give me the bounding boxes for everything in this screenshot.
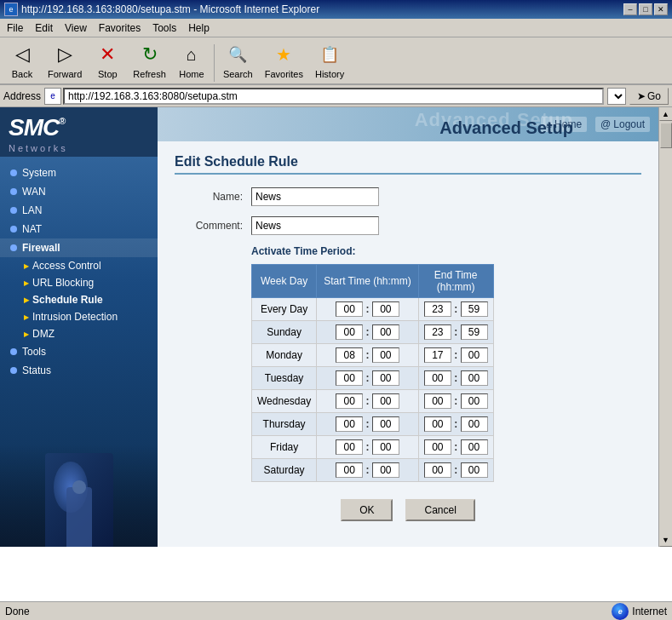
arrow-icon: ▶	[24, 279, 29, 287]
address-input[interactable]	[63, 88, 604, 105]
stop-button[interactable]: ✕ Stop	[89, 39, 126, 82]
title-bar: e http://192.168.3.163:8080/setupa.stm -…	[0, 0, 672, 19]
start-min-input[interactable]	[372, 301, 399, 317]
sidebar-subitem-access-control[interactable]: ▶ Access Control	[0, 257, 158, 274]
sidebar-item-status[interactable]: Status	[0, 361, 158, 380]
search-button[interactable]: 🔍 Search	[218, 39, 258, 82]
start-min-input[interactable]	[372, 416, 399, 432]
sidebar-item-nat[interactable]: NAT	[0, 220, 158, 238]
refresh-icon: ↻	[136, 42, 164, 67]
bullet-icon	[10, 244, 17, 251]
end-min-input[interactable]	[461, 370, 488, 386]
start-hour-input[interactable]	[336, 301, 363, 317]
home-button[interactable]: ⌂ Home	[173, 39, 210, 82]
end-min-input[interactable]	[461, 347, 488, 363]
start-time-cell: :	[317, 436, 419, 459]
table-row: Thursday : :	[252, 413, 494, 436]
end-hour-input[interactable]	[424, 301, 451, 317]
scroll-up-button[interactable]: ▲	[659, 107, 673, 121]
start-hour-input[interactable]	[336, 439, 363, 455]
back-icon: ◁	[9, 42, 36, 67]
sidebar-subitem-url-blocking[interactable]: ▶ URL Blocking	[0, 274, 158, 291]
end-min-input[interactable]	[461, 393, 488, 409]
scroll-thumb[interactable]	[660, 123, 672, 148]
start-hour-input[interactable]	[336, 462, 363, 478]
status-right: e Internet	[612, 603, 667, 620]
start-min-input[interactable]	[372, 347, 399, 363]
start-min-input[interactable]	[372, 370, 399, 386]
sidebar-subitem-schedule-rule[interactable]: ▶ Schedule Rule	[0, 291, 158, 308]
menu-view[interactable]: View	[61, 21, 90, 35]
cancel-button[interactable]: Cancel	[405, 499, 474, 521]
sidebar: SMC® Networks System WAN LAN NAT	[0, 107, 158, 547]
history-button[interactable]: 📋 History	[310, 39, 349, 82]
close-button[interactable]: ✕	[654, 3, 668, 15]
time-separator: :	[454, 349, 457, 361]
time-separator: :	[366, 464, 370, 476]
bullet-icon	[10, 348, 17, 355]
menu-file[interactable]: File	[3, 21, 26, 35]
forward-button[interactable]: ▷ Forward	[43, 39, 87, 82]
menu-favorites[interactable]: Favorites	[95, 21, 144, 35]
end-hour-input[interactable]	[424, 393, 451, 409]
main-content: Advanced Setup Advanced Setup ⌂ Home @ L…	[158, 107, 658, 547]
start-min-input[interactable]	[372, 439, 399, 455]
end-hour-input[interactable]	[424, 439, 451, 455]
vertical-scrollbar[interactable]: ▲ ▼	[658, 107, 672, 547]
end-hour-input[interactable]	[424, 462, 451, 478]
comment-label: Comment:	[175, 220, 243, 232]
minimize-button[interactable]: –	[623, 3, 637, 15]
ok-button[interactable]: OK	[341, 499, 393, 521]
back-button[interactable]: ◁ Back	[3, 39, 41, 82]
logout-header-button[interactable]: @ Logout	[595, 117, 650, 132]
end-min-input[interactable]	[461, 439, 488, 455]
menu-edit[interactable]: Edit	[32, 21, 56, 35]
menu-help[interactable]: Help	[185, 21, 213, 35]
start-hour-input[interactable]	[336, 393, 363, 409]
end-hour-input[interactable]	[424, 347, 451, 363]
end-hour-input[interactable]	[424, 324, 451, 340]
sidebar-item-system[interactable]: System	[0, 164, 158, 182]
end-min-input[interactable]	[461, 462, 488, 478]
schedule-table: Week Day Start Time (hh:mm) End Time(hh:…	[251, 264, 494, 482]
start-time-cell: :	[317, 413, 419, 436]
go-arrow-icon: ➤	[637, 90, 646, 102]
smc-logo: SMC®	[9, 114, 149, 141]
start-min-input[interactable]	[372, 462, 399, 478]
sidebar-subitem-dmz[interactable]: ▶ DMZ	[0, 325, 158, 342]
end-hour-input[interactable]	[424, 416, 451, 432]
scroll-down-button[interactable]: ▼	[659, 533, 673, 547]
start-hour-input[interactable]	[336, 416, 363, 432]
bullet-icon	[10, 226, 17, 232]
end-hour-input[interactable]	[424, 370, 451, 386]
maximize-button[interactable]: □	[639, 3, 652, 15]
end-min-input[interactable]	[461, 301, 488, 317]
start-hour-input[interactable]	[336, 347, 363, 363]
end-min-input[interactable]	[461, 416, 488, 432]
name-input[interactable]	[251, 187, 379, 206]
start-time-cell: :	[317, 321, 419, 344]
weekday-cell: Thursday	[252, 413, 317, 436]
person-head	[72, 480, 86, 494]
sidebar-item-wan[interactable]: WAN	[0, 182, 158, 201]
col-header-start-time: Start Time (hh:mm)	[317, 265, 419, 298]
sidebar-item-tools[interactable]: Tools	[0, 342, 158, 361]
start-hour-input[interactable]	[336, 324, 363, 340]
address-dropdown[interactable]	[607, 88, 626, 105]
menu-tools[interactable]: Tools	[149, 21, 180, 35]
end-min-input[interactable]	[461, 324, 488, 340]
sidebar-item-firewall[interactable]: Firewall	[0, 238, 158, 257]
start-hour-input[interactable]	[336, 370, 363, 386]
sidebar-item-lan[interactable]: LAN	[0, 201, 158, 220]
content-area: Advanced Setup Advanced Setup ⌂ Home @ L…	[158, 107, 672, 547]
start-min-input[interactable]	[372, 393, 399, 409]
person-body	[66, 487, 92, 547]
go-button[interactable]: ➤ Go	[629, 88, 669, 105]
refresh-button[interactable]: ↻ Refresh	[128, 39, 171, 82]
end-time-cell: :	[418, 459, 493, 482]
start-min-input[interactable]	[372, 324, 399, 340]
comment-input[interactable]	[251, 216, 379, 235]
sidebar-subitem-intrusion-detection[interactable]: ▶ Intrusion Detection	[0, 308, 158, 325]
time-separator: :	[454, 303, 457, 315]
favorites-button[interactable]: ★ Favorites	[260, 39, 308, 82]
